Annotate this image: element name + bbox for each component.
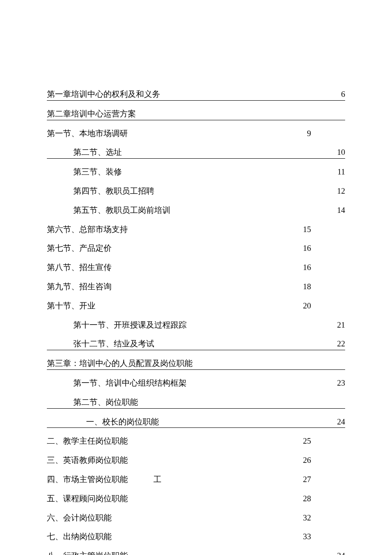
toc-row: 三、英语教师岗位职能26 bbox=[47, 456, 311, 466]
toc-page-number: 24 bbox=[337, 417, 345, 427]
toc-label: 第十一节、开班授课及过程跟踪 bbox=[73, 320, 187, 330]
toc-row: 一、校长的岗位职能24 bbox=[47, 417, 345, 428]
toc-page-number: 28 bbox=[303, 494, 311, 504]
toc-row: 五、课程顾问岗位职能28 bbox=[47, 494, 311, 505]
toc-label: 第二章培训中心运营方案 bbox=[47, 109, 136, 119]
toc-row: 第四节、教职员工招聘12 bbox=[47, 186, 345, 197]
toc-page-number: 16 bbox=[303, 263, 311, 273]
toc-row: 四、市场主管岗位职能工27 bbox=[47, 475, 311, 485]
toc-page-number: 10 bbox=[337, 148, 345, 157]
toc-label: 张十二节、结业及考试 bbox=[73, 339, 154, 349]
toc-label: 第六节、总部市场支持 bbox=[47, 225, 128, 235]
toc-label: 第三节、装修 bbox=[73, 167, 122, 177]
toc-row: 第八节、招生宣传16 bbox=[47, 263, 311, 273]
toc-row: 第二章培训中心运营方案 bbox=[47, 109, 345, 120]
toc-label: 四、市场主管岗位职能 bbox=[47, 475, 128, 485]
toc-label: 六、会计岗位职能 bbox=[47, 513, 112, 523]
toc-page-number: 26 bbox=[303, 456, 311, 465]
toc-row: 七、出纳岗位职能33 bbox=[47, 532, 311, 543]
toc-page-number: 23 bbox=[337, 378, 345, 388]
toc-label: 第五节、教职员工岗前培训 bbox=[73, 206, 170, 215]
toc-label: 第七节、产品定价 bbox=[47, 244, 112, 253]
toc-page-number: 12 bbox=[337, 186, 345, 196]
toc-label: 第一节、培训中心组织结构框架 bbox=[73, 378, 187, 388]
toc-page-number: 11 bbox=[337, 167, 345, 177]
toc-label: 第四节、教职员工招聘 bbox=[73, 186, 154, 196]
toc-label: 一、校长的岗位职能 bbox=[86, 417, 159, 427]
toc-label: 七、出纳岗位职能 bbox=[47, 532, 112, 542]
toc-label: 第二节、岗位职能 bbox=[73, 398, 138, 407]
toc-row: 第十节、开业20 bbox=[47, 301, 311, 312]
toc-label: 第二节、选址 bbox=[73, 148, 122, 157]
toc-label: 第一章培训中心的权利及和义务 bbox=[47, 90, 160, 99]
toc-row: 第九节、招生咨询18 bbox=[47, 282, 311, 293]
toc-page-number: 22 bbox=[337, 339, 345, 349]
toc-label: 三、英语教师岗位职能 bbox=[47, 456, 128, 465]
toc-label-extra: 工 bbox=[153, 475, 161, 485]
toc-row: 二、教学主任岗位职能25 bbox=[47, 436, 311, 447]
toc-row: 第二节、岗位职能 bbox=[47, 398, 345, 409]
toc-page-number: 21 bbox=[337, 320, 345, 330]
toc-page-number: 25 bbox=[303, 436, 311, 446]
toc-page-number: 32 bbox=[303, 513, 311, 523]
toc-row: 八、行政主管岗位职能34 bbox=[47, 551, 345, 555]
toc-row: 第一节、本地市场调研9 bbox=[47, 129, 311, 139]
toc-page-number: 33 bbox=[303, 532, 311, 542]
toc-row: 第一章培训中心的权利及和义务6 bbox=[47, 90, 345, 101]
toc-label: 第十节、开业 bbox=[47, 301, 95, 311]
toc-page-number: 9 bbox=[307, 129, 311, 139]
toc-page-number: 14 bbox=[337, 206, 345, 215]
toc-label: 二、教学主任岗位职能 bbox=[47, 436, 128, 446]
toc-label: 第八节、招生宣传 bbox=[47, 263, 112, 273]
toc-row: 第一节、培训中心组织结构框架23 bbox=[47, 378, 345, 389]
toc-label: 第一节、本地市场调研 bbox=[47, 129, 128, 139]
toc-label: 第三章：培训中心的人员配置及岗位职能 bbox=[47, 359, 193, 369]
toc-row: 第二节、选址10 bbox=[47, 148, 345, 159]
toc-page-number: 34 bbox=[337, 551, 345, 555]
toc-page-number: 27 bbox=[303, 475, 311, 485]
toc-page-number: 15 bbox=[303, 225, 311, 235]
toc-row: 第六节、总部市场支持15 bbox=[47, 225, 311, 235]
table-of-contents: 第一章培训中心的权利及和义务6第二章培训中心运营方案第一节、本地市场调研9第二节… bbox=[47, 90, 345, 555]
toc-label: 第九节、招生咨询 bbox=[47, 282, 112, 292]
toc-page-number: 16 bbox=[303, 244, 311, 253]
toc-page-number: 20 bbox=[303, 301, 311, 311]
toc-row: 第十一节、开班授课及过程跟踪21 bbox=[47, 320, 345, 331]
toc-page-number: 18 bbox=[303, 282, 311, 292]
toc-row: 张十二节、结业及考试22 bbox=[47, 339, 345, 350]
toc-row: 第三章：培训中心的人员配置及岗位职能 bbox=[47, 359, 345, 370]
toc-row: 六、会计岗位职能32 bbox=[47, 513, 311, 524]
toc-row: 第三节、装修11 bbox=[47, 167, 345, 178]
toc-page-number: 6 bbox=[341, 90, 346, 99]
toc-label: 八、行政主管岗位职能 bbox=[47, 551, 128, 555]
toc-row: 第七节、产品定价16 bbox=[47, 244, 311, 254]
toc-row: 第五节、教职员工岗前培训14 bbox=[47, 206, 345, 216]
toc-label: 五、课程顾问岗位职能 bbox=[47, 494, 128, 504]
